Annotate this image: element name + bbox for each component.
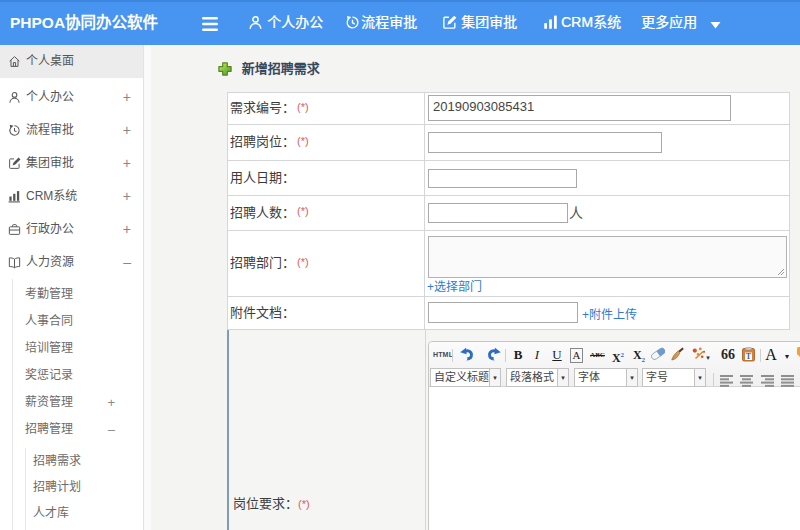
- svg-text:T: T: [745, 352, 751, 361]
